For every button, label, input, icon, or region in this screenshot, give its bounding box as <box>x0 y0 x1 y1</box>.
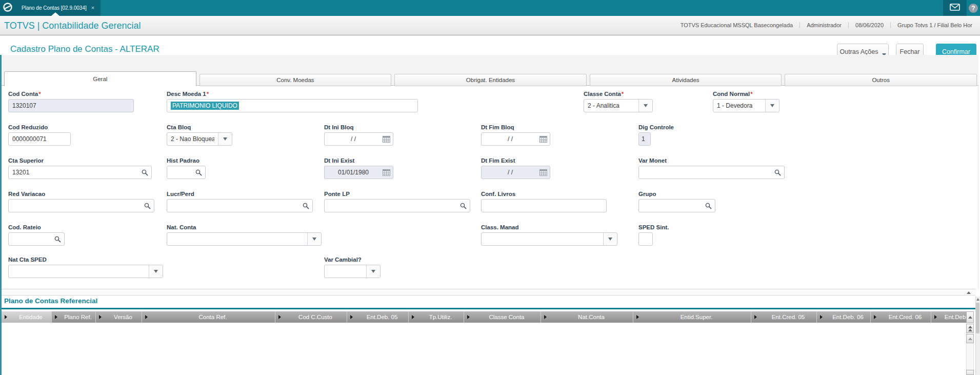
chevron-down-icon[interactable] <box>603 233 617 245</box>
var-monet-input[interactable] <box>638 166 785 179</box>
scroll-up-button[interactable] <box>966 311 974 323</box>
form-tab[interactable]: Geral <box>4 71 196 86</box>
page-scrollbar-thumb[interactable] <box>976 303 979 333</box>
label-text: Cod Conta <box>8 91 38 97</box>
required-marker: * <box>750 91 752 97</box>
field-dig-controle: Dig Controle 1 <box>638 124 674 146</box>
label-text: Var Monet <box>638 157 667 164</box>
search-icon[interactable] <box>774 169 781 176</box>
grid-column-header[interactable]: Ent.Cred. 06 <box>871 311 931 323</box>
nat-cta-sped-select[interactable] <box>8 265 163 278</box>
calendar-icon[interactable] <box>539 136 547 143</box>
form-tab[interactable]: Conv. Moedas <box>199 74 392 86</box>
mail-button[interactable] <box>943 0 967 16</box>
grid-column-header[interactable]: Ent.Deb. 05 <box>347 311 409 323</box>
ponte-lp-input[interactable] <box>324 199 470 212</box>
search-icon[interactable] <box>195 169 202 176</box>
value-text: 1320107 <box>12 102 36 109</box>
classe-conta-label: Classe Conta* <box>584 91 653 97</box>
scroll-step-up-button[interactable] <box>966 334 974 343</box>
search-icon[interactable] <box>144 203 151 209</box>
required-marker: * <box>207 91 209 97</box>
conf-livros-input[interactable] <box>481 199 607 212</box>
scroll-page-up-button[interactable] <box>966 324 974 333</box>
chevron-down-icon[interactable] <box>149 265 163 278</box>
lucr-perd-input[interactable] <box>167 199 313 212</box>
grid-column-header[interactable]: Nat.Conta <box>541 311 633 323</box>
cta-bloq-label: Cta Bloq <box>167 124 232 131</box>
page-scroll-up-icon[interactable] <box>976 298 979 301</box>
grid-column-header[interactable]: Entid.Super. <box>633 311 751 323</box>
calendar-icon[interactable] <box>383 136 390 143</box>
chevron-down-icon[interactable] <box>765 100 779 112</box>
help-button[interactable]: ? <box>969 4 978 13</box>
grid-column-header[interactable]: Ent.Cred. 05 <box>751 311 817 323</box>
classe-conta-select[interactable]: 2 - Analitica <box>584 99 653 112</box>
outras-acoes-label: Outras Ações <box>839 48 878 55</box>
cod-rateio-input[interactable] <box>8 232 65 246</box>
form-tab-label: Geral <box>93 76 107 82</box>
grid-column-header[interactable]: Ent.Deb. 06 <box>817 311 871 323</box>
field-class-manad: Class. Manad <box>481 224 617 246</box>
sped-sint-input[interactable] <box>638 232 653 246</box>
var-cambial-select[interactable] <box>324 265 381 278</box>
field-dt-ini-exist: Dt Ini Exist 01/01/1980 <box>324 157 393 179</box>
field-cod-reduzido: Cod Reduzido 0000000071 <box>8 124 71 146</box>
search-icon[interactable] <box>54 236 61 243</box>
field-dt-fim-bloq: Dt Fim Bloq / / <box>481 124 550 146</box>
chevron-down-icon[interactable] <box>638 100 652 112</box>
search-icon[interactable] <box>705 203 712 209</box>
cta-bloq-select[interactable]: 2 - Nao Bloqueada <box>167 132 232 146</box>
referencial-grid-body[interactable] <box>2 323 966 375</box>
grid-column-header[interactable]: Versão <box>96 311 142 323</box>
red-variacao-input[interactable] <box>8 199 154 212</box>
form-tab[interactable]: Atividades <box>590 74 782 86</box>
scroll-down-button[interactable] <box>966 370 974 375</box>
nat-conta-select[interactable] <box>167 232 322 246</box>
cta-superior-label: Cta Superior <box>8 157 152 164</box>
cta-superior-input[interactable]: 13201 <box>8 166 152 179</box>
dt-ini-bloq-input[interactable]: / / <box>324 132 393 146</box>
close-icon[interactable]: × <box>91 5 94 11</box>
grid-column-header[interactable]: Ent.Deb. 0 <box>931 311 966 323</box>
search-icon[interactable] <box>460 203 467 209</box>
class-manad-select[interactable] <box>481 232 617 246</box>
grid-column-header[interactable]: Classe Conta <box>464 311 541 323</box>
panel-splitter[interactable] <box>2 289 975 295</box>
collapse-panel-button[interactable] <box>965 290 973 295</box>
chevron-down-icon[interactable] <box>307 233 321 245</box>
column-arrow-icon <box>464 311 473 323</box>
field-nat-cta-sped: Nat Cta SPED <box>8 256 163 278</box>
column-arrow-icon <box>96 311 105 323</box>
grid-column-header[interactable]: Plano Ref. <box>52 311 96 323</box>
grid-column-header[interactable]: Entidade <box>2 311 52 323</box>
context-item: Administrador <box>799 22 848 28</box>
grupo-input[interactable] <box>638 199 715 212</box>
cod-reduzido-input[interactable]: 0000000071 <box>8 132 71 146</box>
dt-fim-bloq-input[interactable]: / / <box>481 132 550 146</box>
chevron-down-icon[interactable] <box>366 265 380 278</box>
value-text: 1 <box>642 135 645 143</box>
form-tab[interactable]: Outros <box>785 74 977 86</box>
form-tab[interactable]: Obrigat. Entidades <box>394 74 587 86</box>
environment-info: TOTVS Educacional MSSQL BasecongeladaAdm… <box>674 22 979 28</box>
column-label: Ent.Deb. 06 <box>826 311 870 323</box>
label-text: Dt Fim Exist <box>481 157 515 164</box>
field-grupo: Grupo <box>638 191 715 212</box>
grid-column-header[interactable]: Conta Ref. <box>142 311 275 323</box>
hist-padrao-input[interactable] <box>167 166 206 179</box>
column-arrow-icon <box>409 311 417 323</box>
label-text: Red Variacao <box>8 191 45 197</box>
search-icon[interactable] <box>303 203 309 209</box>
cond-normal-select[interactable]: 1 - Devedora <box>713 99 779 112</box>
label-text: SPED Sint. <box>638 224 669 230</box>
grid-column-header[interactable]: Cod C.Custo <box>275 311 347 323</box>
chevron-down-icon[interactable] <box>218 133 232 145</box>
label-text: Classe Conta <box>584 91 621 97</box>
field-var-cambial: Var Cambial? <box>324 256 381 278</box>
search-icon[interactable] <box>142 169 148 176</box>
desc-moeda-1-input[interactable]: PATRIMONIO LIQUIDO <box>167 99 418 112</box>
dt-ini-bloq-label: Dt Ini Bloq <box>324 124 393 131</box>
grid-column-header[interactable]: Tp.Utiliz. <box>409 311 464 323</box>
column-label: Ent.Cred. 06 <box>879 311 931 323</box>
